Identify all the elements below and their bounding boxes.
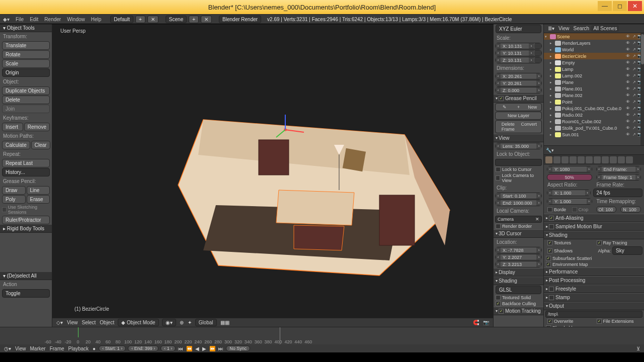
outliner-item[interactable]: ▸Plane👁↗📷 <box>544 79 644 85</box>
gp-new-button[interactable]: + <box>512 105 526 110</box>
outliner-item[interactable]: ▸Room01_Cube.002👁↗📷 <box>544 118 644 125</box>
properties-type-icon[interactable]: 🔧▾ <box>546 148 554 153</box>
outliner-type-icon[interactable]: ≣▾ <box>548 26 554 31</box>
gp-erase-button[interactable]: Erase <box>27 195 50 204</box>
outliner-item[interactable]: ▸Plane.002👁↗📷 <box>544 92 644 99</box>
menu-help[interactable]: Help <box>88 17 105 22</box>
gp-panel-header[interactable]: ✓Grease Pencil <box>494 94 543 103</box>
snap-icon[interactable]: 🧲 <box>473 320 479 325</box>
operator-header[interactable]: ▾ (De)select All <box>0 272 52 280</box>
lock-camera-checkbox[interactable] <box>496 175 500 180</box>
3d-viewport[interactable]: User Persp (1) BezierCircle ◇▾ View Sele… <box>52 24 493 327</box>
gp-poly-button[interactable]: Poly <box>2 195 26 204</box>
outliner-scrollbar[interactable] <box>640 33 644 145</box>
perf-header[interactable]: Performance <box>544 267 644 276</box>
window-close[interactable]: ✕ <box>628 1 642 11</box>
cursor-x[interactable]: ‹X: -7.7828› <box>495 247 542 253</box>
delete-frame-button[interactable]: Delete Frame <box>498 122 519 132</box>
scale-y[interactable]: ‹Y: 10.131› <box>495 50 542 56</box>
aspect-x[interactable]: ‹X: 1.000› <box>547 190 591 196</box>
duplicate-button[interactable]: Duplicate Objects <box>2 86 50 95</box>
manipulator-icon[interactable]: ✦ <box>188 320 192 325</box>
textured-solid-checkbox[interactable] <box>496 295 501 300</box>
menu-file[interactable]: File <box>13 17 27 22</box>
output-path[interactable]: /tmp\ <box>545 311 642 318</box>
tl-marker-icon[interactable]: ⊻ <box>636 346 640 351</box>
outliner-view[interactable]: View <box>558 26 570 31</box>
gp-draw-button[interactable]: Draw <box>2 186 26 195</box>
shading-panel-header[interactable]: Shading <box>494 277 543 285</box>
outliner-item[interactable]: ▸Lamp👁↗📷 <box>544 66 644 72</box>
newlayer-button[interactable]: New Layer <box>495 112 542 120</box>
outliner-item[interactable]: ▸BezierCircle👁↗📷 <box>544 53 644 59</box>
end-frame[interactable]: ‹End Frame: 399› <box>596 166 641 172</box>
translate-button[interactable]: Translate <box>2 41 50 50</box>
jump-end[interactable]: ⏭ <box>217 346 225 351</box>
output-header[interactable]: Output <box>544 302 644 310</box>
rigidbody-header[interactable]: ▸ Rigid Body Tools <box>0 225 52 233</box>
window-minimize[interactable]: — <box>598 1 612 11</box>
menu-window[interactable]: Window <box>64 17 88 22</box>
rotation-mode[interactable]: XYZ Euler <box>496 25 541 33</box>
ruler-button[interactable]: Ruler/Protractor <box>2 216 50 224</box>
outliner-item[interactable]: ▸Point👁↗📷 <box>544 99 644 105</box>
vp-menu-view[interactable]: View <box>67 320 78 325</box>
backface-checkbox[interactable]: ✓ <box>496 301 501 306</box>
outliner-search[interactable]: Search <box>574 26 590 31</box>
glsl-dropdown[interactable]: GLSL <box>496 286 541 294</box>
repeat-last-button[interactable]: Repeat Last <box>2 159 50 167</box>
render-tab[interactable] <box>545 156 552 163</box>
render-border-checkbox[interactable] <box>496 224 501 229</box>
scene-dropdown[interactable]: Scene <box>166 16 187 23</box>
vp-menu-object[interactable]: Object <box>100 320 114 325</box>
outliner-filter[interactable]: All Scenes <box>591 25 619 32</box>
properties-context-tabs[interactable] <box>544 155 644 165</box>
crop-checkbox[interactable] <box>572 207 577 212</box>
smb-header[interactable]: Sampled Motion Blur <box>544 222 644 231</box>
render-icon[interactable]: 📷 <box>483 320 489 325</box>
calculate-button[interactable]: Calculate <box>2 141 30 149</box>
keyframe-prev[interactable]: ⏪ <box>185 346 194 351</box>
stamp-header[interactable]: Stamp <box>544 293 644 302</box>
outliner-item[interactable]: ▸Radio.002👁↗📷 <box>544 112 644 118</box>
res-percent[interactable]: 50% <box>547 174 592 180</box>
tl-view[interactable]: View <box>15 346 26 351</box>
window-maximize[interactable]: ◻ <box>613 1 627 11</box>
keyframe-next[interactable]: ⏩ <box>208 346 217 351</box>
action-dropdown[interactable]: Toggle <box>2 289 50 298</box>
alpha-dropdown[interactable]: Sky <box>612 246 642 255</box>
layers-widget[interactable]: ▦▦ <box>220 320 229 325</box>
delete-button[interactable]: Delete <box>2 96 50 104</box>
rotate-button[interactable]: Rotate <box>2 50 50 59</box>
sync-dropdown[interactable]: No Sync <box>226 345 250 351</box>
scene-del[interactable]: ✕ <box>201 16 212 23</box>
cursor-panel-header[interactable]: 3D Cursor <box>494 229 543 238</box>
lock-cursor-checkbox[interactable] <box>496 167 501 172</box>
tl-marker[interactable]: Marker <box>30 346 46 351</box>
view-panel-header[interactable]: View <box>494 134 543 142</box>
timeline-ruler[interactable]: -60-40-200204060801001201401601802002202… <box>0 327 644 344</box>
clear-button[interactable]: Clear <box>31 141 50 149</box>
engine-dropdown[interactable]: Blender Render <box>219 16 261 23</box>
sketching-checkbox[interactable] <box>2 207 7 212</box>
outliner-item[interactable]: ▸World👁↗📷 <box>544 46 644 53</box>
aspect-y[interactable]: ‹Y: 1.000› <box>547 198 592 205</box>
shading-dropdown[interactable]: ◉▾ <box>162 319 176 326</box>
scale-x[interactable]: ‹X: 10.131› <box>495 43 542 49</box>
dim-z[interactable]: ‹Z: 0.000› <box>495 87 542 94</box>
editor-type-icon[interactable]: ◇▾ <box>56 320 63 325</box>
border-checkbox[interactable] <box>547 207 552 212</box>
insert-keyframe-button[interactable]: Insert <box>2 123 23 131</box>
tl-playback[interactable]: Playback <box>68 346 89 351</box>
res-y[interactable]: ‹Y: 1080› <box>547 166 592 172</box>
vp-menu-select[interactable]: Select <box>82 320 96 325</box>
gp-pen-icon[interactable]: ✎ <box>498 105 512 110</box>
outliner-item[interactable]: ▸Lamp.002👁↗📷 <box>544 72 644 79</box>
layout-add[interactable]: + <box>135 16 145 23</box>
convert-button[interactable]: Convert <box>519 122 540 132</box>
outliner-item[interactable]: ▾Scene👁↗📷 <box>544 33 644 40</box>
aa-header[interactable]: ✓Anti-Aliasing <box>544 214 644 222</box>
gp-new-text[interactable]: New <box>525 105 539 110</box>
history-dropdown[interactable]: History... <box>2 168 50 176</box>
play-forward[interactable]: ▶ <box>201 346 208 351</box>
